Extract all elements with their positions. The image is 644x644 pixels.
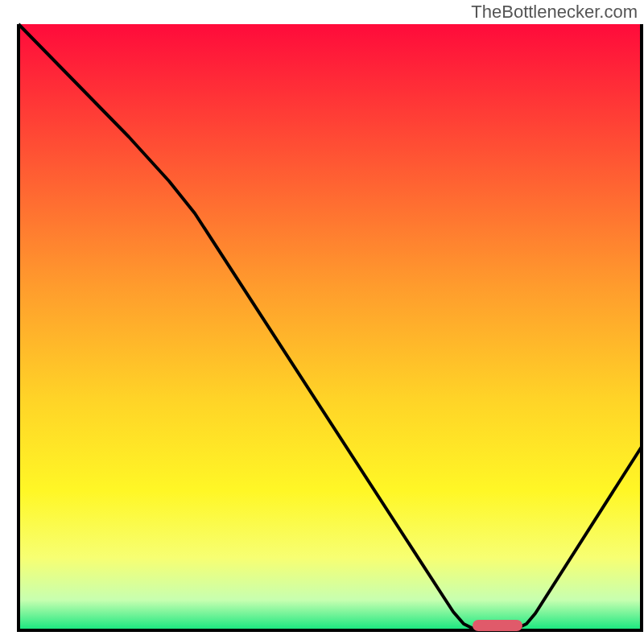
attribution-label: TheBottlenecker.com [471,2,638,23]
bottleneck-chart: TheBottlenecker.com [0,0,644,644]
chart-svg [0,0,644,644]
chart-background [19,24,642,630]
